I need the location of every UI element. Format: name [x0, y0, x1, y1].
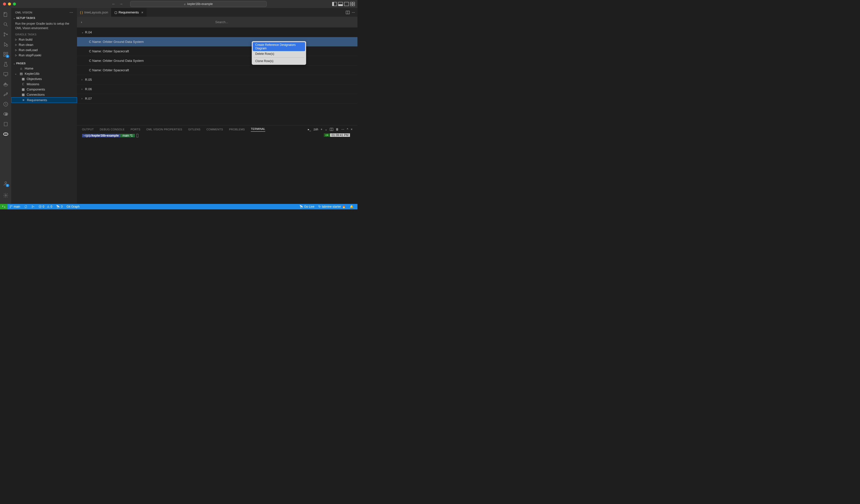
task-run-build[interactable]: ▷Run build [15, 37, 73, 42]
search-input[interactable]: Search... [86, 20, 357, 24]
minimize-window-button[interactable] [8, 2, 11, 5]
task-run-stopfuseki[interactable]: ▷Run stopFuseki [15, 53, 73, 58]
page-requirements[interactable]: ≡Requirements [11, 97, 77, 103]
setup-tasks-header[interactable]: ⌄ SETUP TASKS [11, 15, 77, 20]
ptab-terminal[interactable]: TERMINAL [251, 127, 265, 132]
sql-icon[interactable] [2, 120, 10, 128]
ptab-ports[interactable]: PORTS [131, 128, 140, 131]
page-kepler16b[interactable]: ⌄▤Kepler16b [11, 71, 77, 76]
setup-description: Run the proper Gradle tasks to setup the… [15, 21, 73, 30]
terminal-body[interactable]: ~/gi/p/kepler16b-example main *1 ok 01:3… [77, 133, 357, 204]
toggle-panel-icon[interactable] [338, 1, 343, 6]
sync-button[interactable] [22, 205, 29, 208]
docker-icon[interactable] [2, 80, 10, 88]
tab-requirements[interactable]: ▢ Requirements × [112, 8, 146, 17]
split-terminal-icon[interactable] [330, 128, 333, 131]
svg-rect-14 [3, 52, 5, 54]
terminal-dropdown-icon[interactable]: ⌄ [325, 128, 327, 131]
more-actions-icon[interactable]: ⋯ [352, 11, 355, 14]
accounts-icon[interactable]: 2 [2, 179, 10, 187]
remote-explorer-icon[interactable] [2, 70, 10, 78]
remote-button[interactable] [0, 204, 8, 210]
more-icon[interactable]: ⋯ [341, 128, 344, 131]
group-r04[interactable]: ⌄R.04 [77, 28, 357, 37]
toggle-primary-sidebar-icon[interactable] [332, 1, 337, 6]
page-connections[interactable]: ▦Connections [11, 92, 77, 97]
run-debug-icon[interactable] [2, 40, 10, 48]
close-icon[interactable]: × [141, 11, 143, 14]
panel-actions: ▸_ zsh + ⌄ 🗑 ⋯ ^ × [308, 128, 353, 131]
page-components[interactable]: ▦Components [11, 87, 77, 92]
maximize-panel-icon[interactable]: ^ [347, 128, 348, 131]
svg-rect-1 [332, 2, 334, 6]
nav-arrows: ← → [111, 1, 124, 7]
explorer-icon[interactable] [2, 11, 10, 18]
ptab-oml-vision-properties[interactable]: OML VISION PROPERTIES [146, 128, 182, 131]
titlebar-actions [332, 1, 355, 6]
branch-button[interactable]: main [8, 205, 22, 208]
page-missions[interactable]: ⁞⁚Missions [11, 82, 77, 87]
group-r05[interactable]: ›R.05 [77, 75, 357, 85]
settings-gear-icon[interactable] [2, 191, 10, 199]
search-icon[interactable] [2, 20, 10, 28]
page-home[interactable]: ⌂Home [11, 66, 77, 71]
page-objectives[interactable]: ▦Objectives [11, 76, 77, 82]
ptab-gitlens[interactable]: GITLENS [188, 128, 200, 131]
ptab-problems[interactable]: PROBLEMS [229, 128, 245, 131]
kill-terminal-icon[interactable]: 🗑 [336, 128, 339, 131]
customize-layout-icon[interactable] [350, 1, 355, 6]
ptab-output[interactable]: OUTPUT [82, 128, 94, 131]
ports-button[interactable]: 📡0 [54, 205, 64, 208]
git-graph-mini-icon[interactable] [29, 205, 37, 208]
terminal-profile-icon[interactable]: ▸_ [308, 128, 311, 131]
extensions-icon[interactable]: 4 [2, 51, 10, 58]
toggle-secondary-sidebar-icon[interactable] [344, 1, 349, 6]
oml-vision-icon[interactable] [2, 130, 10, 138]
sidebar-more-icon[interactable]: ⋯ [70, 11, 73, 14]
row-orbiter-gds-1[interactable]: C Name: Orbiter Ground Data System [77, 37, 357, 47]
terminal-time: 01:39:41 PM [330, 133, 350, 137]
tab-treelayouts[interactable]: { } treeLayouts.json [77, 8, 112, 17]
command-center[interactable]: ⌕ kepler16b-example [130, 1, 267, 7]
new-terminal-icon[interactable]: + [320, 128, 322, 131]
terminal-cursor [137, 134, 138, 137]
nav-back-button[interactable]: ← [111, 1, 117, 7]
group-r07[interactable]: ›R.07 [77, 94, 357, 103]
search-row: › Search... [77, 17, 357, 28]
gradle-icon[interactable] [2, 90, 10, 98]
source-control-icon[interactable] [2, 30, 10, 38]
gradle-tasks-label: GRADLE TASKS [15, 33, 73, 36]
svg-rect-17 [6, 52, 8, 54]
nav-forward-button[interactable]: → [118, 1, 124, 7]
notifications-button[interactable]: 🔔 [348, 205, 356, 208]
git-graph-button[interactable]: Git Graph [64, 205, 82, 208]
testing-icon[interactable] [2, 60, 10, 68]
go-live-button[interactable]: 📡Go Live [297, 205, 316, 208]
chart-icon: ⁞⁚ [21, 82, 25, 86]
ptab-comments[interactable]: COMMENTS [206, 128, 223, 131]
pages-header[interactable]: ⌄ PAGES [11, 61, 77, 66]
group-r06[interactable]: ›R.06 [77, 85, 357, 94]
ptab-debug-console[interactable]: DEBUG CONSOLE [100, 128, 125, 131]
svg-text:R: R [5, 113, 7, 116]
ctx-create-diagram[interactable]: Create Reference Designators Diagram [253, 42, 305, 51]
split-editor-icon[interactable] [346, 11, 350, 14]
r-lang-icon[interactable]: R [2, 110, 10, 118]
row-orbiter-spacecraft-1[interactable]: C Name: Orbiter Spacecraft [77, 47, 357, 56]
task-run-clean[interactable]: ▷Run clean [15, 42, 73, 47]
project-manager-icon[interactable] [2, 100, 10, 108]
row-orbiter-spacecraft-2[interactable]: C Name: Orbiter Spacecraft [77, 66, 357, 75]
maximize-window-button[interactable] [13, 2, 16, 5]
ctx-delete-rows[interactable]: Delete Row(s) [253, 51, 305, 57]
svg-rect-8 [353, 4, 355, 6]
ctx-clone-rows[interactable]: Clone Row(s) [253, 58, 305, 64]
row-orbiter-gds-2[interactable]: C Name: Orbiter Ground Data System [77, 56, 357, 66]
tabnine-button[interactable]: ↻tabnine starter🔥 [316, 205, 348, 208]
setup-tasks-label: SETUP TASKS [16, 16, 35, 19]
chevron-right-icon[interactable]: › [77, 20, 86, 24]
task-run-owlload[interactable]: ▷Run owlLoad [15, 47, 73, 53]
close-panel-icon[interactable]: × [351, 128, 353, 131]
problems-errors[interactable]: ⓧ0⚠0 [37, 205, 54, 209]
close-window-button[interactable] [3, 2, 6, 5]
table-icon: ▦ [21, 87, 25, 91]
